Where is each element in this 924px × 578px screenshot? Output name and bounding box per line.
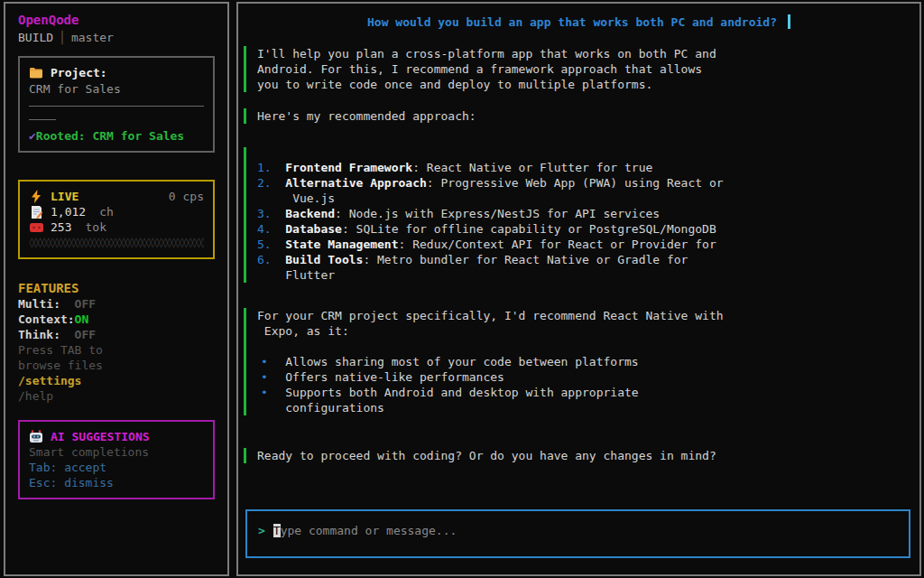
feature-value-think: OFF <box>75 328 96 341</box>
text-line: Ready to proceed with coding? Or do you … <box>257 448 910 463</box>
list-number: 6. <box>257 252 285 267</box>
project-label: Project: <box>51 65 107 80</box>
cps-counter: 0 cps <box>169 189 204 204</box>
ai-suggestions-subtitle: Smart completions <box>29 444 204 460</box>
assistant-paragraph-approach: Here's my recommended approach: <box>244 108 910 124</box>
live-stats-box: LIVE 0 cps 1,012 ch 253 tok ◊◊◊◊◊◊◊◊◊◊◊◊… <box>18 180 215 259</box>
list-term: Frontend Framework <box>285 160 412 175</box>
list-number: 2. <box>257 175 285 191</box>
rooted-status: Rooted: CRM for Sales <box>36 129 184 143</box>
text-line: Expo, as it: <box>257 323 910 339</box>
folder-icon <box>29 66 43 80</box>
features-heading: FEATURES <box>18 281 215 296</box>
list-text: : SQLite for offline capability or Postg… <box>342 221 716 237</box>
token-count-value: 253 <box>51 219 71 235</box>
char-count-value: 1,012 <box>51 204 86 219</box>
list-item-wrap: Vue.js <box>285 191 910 206</box>
user-question-row: How would you build an app that works bo… <box>238 14 919 30</box>
ai-suggestions-header: AI SUGGESTIONS <box>29 429 204 444</box>
feature-toggle-context: Context:ON <box>18 312 215 327</box>
command-input[interactable]: >Type command or message... <box>245 509 910 558</box>
text-line: Android. For this, I recommend a framewo… <box>257 61 910 77</box>
tab-accept-hint: Tab: accept <box>29 460 204 475</box>
list-number: 4. <box>257 221 285 237</box>
text-line: For your CRM project specifically, I'd r… <box>257 308 910 323</box>
cursor-bar-icon <box>788 14 790 29</box>
list-text: : React Native or Flutter for true <box>412 160 652 175</box>
sidebar-panel: OpenQode BUILD│master Project: CRM for S… <box>4 2 229 576</box>
bullet-text-wrap: configurations <box>285 400 910 415</box>
prompt-icon: > <box>258 524 265 537</box>
list-term: Alternative Approach <box>285 175 427 191</box>
list-number: 1. <box>257 160 285 175</box>
char-count-row: 1,012 ch <box>29 204 204 219</box>
mode-branch-row: BUILD│master <box>18 30 215 45</box>
text-line: I'll help you plan a cross-platform app … <box>257 46 910 61</box>
rooted-status-row: ✔Rooted: CRM for Sales <box>29 128 204 144</box>
bullet-icon: • <box>257 354 285 369</box>
feature-value-multi: OFF <box>75 297 96 311</box>
user-question: How would you build an app that works bo… <box>367 15 777 29</box>
token-count-unit: tok <box>85 219 106 235</box>
list-term: Database <box>285 221 342 237</box>
list-item: 4.Database: SQLite for offline capabilit… <box>257 221 910 237</box>
ai-suggestions-title: AI SUGGESTIONS <box>51 429 150 444</box>
token-count-row: 253 tok <box>29 219 204 235</box>
blank-line <box>257 339 910 354</box>
bullet-text: Supports both Android and desktop with a… <box>285 385 638 400</box>
project-header-row: Project: <box>29 65 204 80</box>
assistant-paragraph-intro: I'll help you plan a cross-platform app … <box>244 46 910 92</box>
list-number: 3. <box>257 206 285 221</box>
git-branch-label: master <box>71 31 114 44</box>
chat-panel: How would you build an app that works bo… <box>236 2 921 576</box>
char-count-unit: ch <box>99 204 114 219</box>
feature-label-think: Think: <box>18 327 75 342</box>
divider-line-short <box>29 119 56 120</box>
feature-toggle-think: Think:OFF <box>18 327 215 342</box>
activity-sparkline: ◊◊◊◊◊◊◊◊◊◊◊◊◊◊◊◊◊◊◊◊◊◊◊◊◊◊◊◊◊◊◊◊◊◊◊◊◊◊◊◊… <box>29 235 204 250</box>
mode-branch-divider: │ <box>53 31 71 44</box>
bullet-text: Offers native-like performances <box>285 369 504 385</box>
assistant-paragraph-crm: For your CRM project specifically, I'd r… <box>244 308 910 415</box>
input-placeholder: ype command or message... <box>281 524 457 537</box>
assistant-paragraph-ready: Ready to proceed with coding? Or do you … <box>244 448 910 463</box>
list-term: Build Tools <box>285 252 363 267</box>
list-text: : Metro bundler for React Native or Grad… <box>363 252 688 267</box>
list-text: : Redux/Context API for React or Provide… <box>399 237 716 252</box>
bullet-item: •Supports both Android and desktop with … <box>257 385 910 400</box>
list-item: 1.Frontend Framework: React Native or Fl… <box>257 160 910 175</box>
text-line: Here's my recommended approach: <box>257 108 910 124</box>
check-icon: ✔ <box>29 129 36 143</box>
command-settings[interactable]: /settings <box>18 373 215 388</box>
list-term: State Management <box>285 237 398 252</box>
command-help[interactable]: /help <box>18 388 215 404</box>
tab-hint-line1: Press TAB to <box>18 342 215 358</box>
list-text: : Node.js with Express/NestJS for API se… <box>335 206 660 221</box>
feature-toggle-multi: Multi:OFF <box>18 296 215 312</box>
project-name: CRM for Sales <box>29 81 204 97</box>
feature-label-multi: Multi: <box>18 296 75 312</box>
app-title: OpenQode <box>18 13 215 28</box>
feature-value-context: ON <box>75 312 89 326</box>
mode-label: BUILD <box>18 31 53 44</box>
live-status-row: LIVE 0 cps <box>29 189 204 204</box>
robot-icon <box>29 430 43 444</box>
tab-hint-line2: browse files <box>18 358 215 373</box>
input-cursor: T <box>273 524 281 537</box>
list-item: 2.Alternative Approach: Progressive Web … <box>257 175 910 191</box>
list-item: 5.State Management: Redux/Context API fo… <box>257 237 910 252</box>
ai-suggestions-box: AI SUGGESTIONS Smart completions Tab: ac… <box>18 420 215 499</box>
bullet-item: •Allows sharing most of your code betwee… <box>257 354 910 369</box>
esc-dismiss-hint: Esc: dismiss <box>29 475 204 490</box>
bullet-icon: • <box>257 369 285 385</box>
project-box: Project: CRM for Sales ✔Rooted: CRM for … <box>18 56 215 153</box>
bullet-item: •Offers native-like performances <box>257 369 910 385</box>
zap-icon <box>29 190 43 204</box>
assistant-numbered-list: 1.Frontend Framework: React Native or Fl… <box>244 147 910 283</box>
list-number: 5. <box>257 237 285 252</box>
list-item: 3.Backend: Node.js with Express/NestJS f… <box>257 206 910 221</box>
bullet-text: Allows sharing most of your code between… <box>285 354 638 369</box>
ticket-icon <box>29 220 43 235</box>
feature-label-context: Context: <box>18 312 75 327</box>
text-line: you to write code once and deploy to mul… <box>257 77 910 92</box>
